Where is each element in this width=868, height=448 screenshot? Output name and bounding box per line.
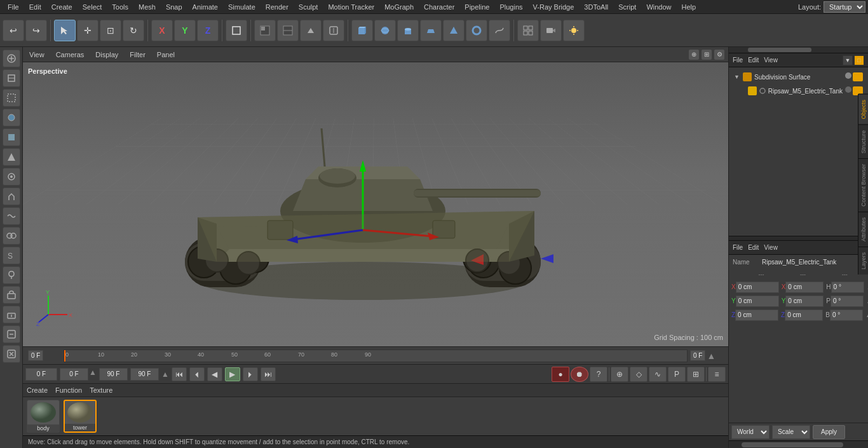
z-axis-button[interactable]: Z <box>197 20 219 41</box>
menu-create[interactable]: Create <box>46 2 78 12</box>
attr-menu-edit[interactable]: Edit <box>748 244 759 251</box>
mat-menu-function[interactable]: Function <box>55 386 82 394</box>
cube-button[interactable] <box>351 20 373 41</box>
stop-record-button[interactable]: ? <box>590 367 607 382</box>
object-mode-button[interactable] <box>226 20 247 41</box>
obj-icon-1[interactable]: ▼ <box>843 55 853 65</box>
vp-icon-zoom[interactable]: ⊞ <box>702 50 712 60</box>
obj-icon-2[interactable]: □ <box>854 55 864 65</box>
apply-button[interactable]: Apply <box>813 425 845 439</box>
vp-menu-cameras[interactable]: Cameras <box>53 50 87 60</box>
menu-render[interactable]: Render <box>261 2 294 12</box>
frame-end-input-2[interactable] <box>130 368 159 381</box>
coord-y-pos[interactable] <box>736 295 779 307</box>
grid-button[interactable] <box>517 20 539 41</box>
vp-menu-panel[interactable]: Panel <box>154 50 177 60</box>
attr-menu-file[interactable]: File <box>733 244 743 251</box>
redo-button[interactable]: ↪ <box>25 20 47 41</box>
frame-start-input[interactable] <box>25 368 57 381</box>
obj-row-subdivision[interactable]: ▼ Subdivision Surface <box>731 70 865 84</box>
world-select[interactable]: World <box>731 425 770 439</box>
light-button[interactable] <box>563 20 585 41</box>
menu-edit[interactable]: Edit <box>24 2 46 12</box>
coord-x-scale[interactable] <box>785 282 824 293</box>
timeline-ruler[interactable]: 0 10 20 30 40 50 60 70 80 90 <box>64 350 688 362</box>
layout-button[interactable]: ⊞ <box>687 367 705 382</box>
sidebar-tool-14[interactable] <box>3 306 20 323</box>
mat-menu-texture[interactable]: Texture <box>90 386 112 394</box>
vp-icon-move[interactable]: ⊕ <box>689 50 699 60</box>
menu-file[interactable]: File <box>3 2 24 12</box>
menu-character[interactable]: Character <box>419 2 459 12</box>
motion-record-button[interactable]: P <box>668 367 686 382</box>
vp-icon-settings[interactable]: ⚙ <box>714 50 724 60</box>
viewport-3d[interactable]: Perspective <box>23 62 728 346</box>
mat-menu-create[interactable]: Create <box>27 386 48 394</box>
obj-color-swatch[interactable] <box>853 72 863 81</box>
anim-btn-4[interactable] <box>323 20 344 41</box>
sidebar-tool-13[interactable] <box>3 286 20 304</box>
obj-scroll-thumb[interactable] <box>748 48 811 52</box>
frame-stepper-up[interactable]: ▲ <box>89 368 97 381</box>
record-button[interactable]: ● <box>552 367 569 382</box>
sidebar-tool-11[interactable]: S <box>3 247 20 264</box>
torus-button[interactable] <box>466 20 487 41</box>
menu-sculpt[interactable]: Sculpt <box>294 2 323 12</box>
snap-to-frame-button[interactable]: ⊕ <box>611 367 628 382</box>
undo-button[interactable]: ↩ <box>3 20 24 41</box>
menu-simulate[interactable]: Simulate <box>223 2 261 12</box>
curve-button[interactable]: ∿ <box>649 367 667 382</box>
menu-window[interactable]: Window <box>641 2 676 12</box>
coord-z-pos[interactable] <box>735 309 778 321</box>
material-tower[interactable]: tower <box>64 400 97 433</box>
play-forward-button[interactable]: ▶ <box>225 367 240 381</box>
coord-z-stepper[interactable]: ▲ <box>865 311 868 318</box>
menu-3dtoall[interactable]: 3DToAll <box>579 2 613 12</box>
vp-menu-view[interactable]: View <box>27 50 47 60</box>
sidebar-tool-8[interactable] <box>3 187 20 205</box>
sidebar-tool-9[interactable] <box>3 207 20 225</box>
menu-select[interactable]: Select <box>78 2 107 12</box>
sidebar-tool-2[interactable] <box>3 69 20 87</box>
sidebar-tool-10[interactable] <box>3 227 20 245</box>
anim-btn-2[interactable] <box>277 20 299 41</box>
frame-end-stepper[interactable]: ▲ <box>161 370 169 379</box>
cone-button[interactable] <box>443 20 465 41</box>
layout-select[interactable]: Startup <box>824 1 865 13</box>
sphere-button[interactable] <box>374 20 396 41</box>
vtab-layers[interactable]: Layers <box>858 247 868 275</box>
plane-button[interactable] <box>420 20 442 41</box>
auto-key-button[interactable]: ⏺ <box>571 367 588 382</box>
vp-menu-filter[interactable]: Filter <box>127 50 147 60</box>
sidebar-tool-5[interactable] <box>3 128 20 146</box>
cylinder-button[interactable] <box>397 20 419 41</box>
obj-menu-file[interactable]: File <box>733 57 743 64</box>
rotate-tool-button[interactable]: ↻ <box>123 20 144 41</box>
sidebar-tool-15[interactable] <box>3 325 20 343</box>
frame-up-btn[interactable]: ▲ <box>707 351 715 361</box>
scroll-thumb[interactable] <box>742 442 843 447</box>
menu-help[interactable]: Help <box>677 2 702 12</box>
vtab-content[interactable]: Content Browser <box>858 158 868 212</box>
step-forward-button[interactable]: ⏵ <box>243 367 258 381</box>
sidebar-tool-4[interactable] <box>3 109 20 126</box>
menu-plugins[interactable]: Plugins <box>494 2 527 12</box>
y-axis-button[interactable]: Y <box>174 20 196 41</box>
obj-menu-view[interactable]: View <box>764 57 778 64</box>
go-to-start-button[interactable]: ⏮ <box>172 367 187 381</box>
x-axis-button[interactable]: X <box>151 20 173 41</box>
camera-button[interactable] <box>540 20 562 41</box>
frame-end-input-1[interactable] <box>99 368 128 381</box>
move-tool-button[interactable]: ✛ <box>77 20 98 41</box>
select-tool-button[interactable] <box>54 20 76 41</box>
obj-menu-edit[interactable]: Edit <box>748 57 759 64</box>
tank-vis-dot[interactable] <box>845 86 851 93</box>
right-scrollbar[interactable] <box>729 440 868 448</box>
obj-scrollbar[interactable] <box>729 47 868 53</box>
anim-btn-3[interactable] <box>300 20 322 41</box>
menu-motion-tracker[interactable]: Motion Tracker <box>323 2 379 12</box>
vp-menu-display[interactable]: Display <box>93 50 121 60</box>
go-to-end-button[interactable]: ⏭ <box>261 367 276 381</box>
sidebar-tool-16[interactable] <box>3 345 20 363</box>
sidebar-tool-6[interactable] <box>3 148 20 166</box>
